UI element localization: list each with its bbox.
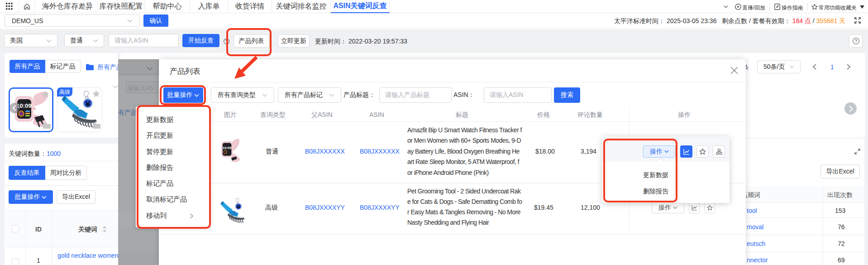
svg-text:10:09: 10:09 (223, 146, 231, 150)
